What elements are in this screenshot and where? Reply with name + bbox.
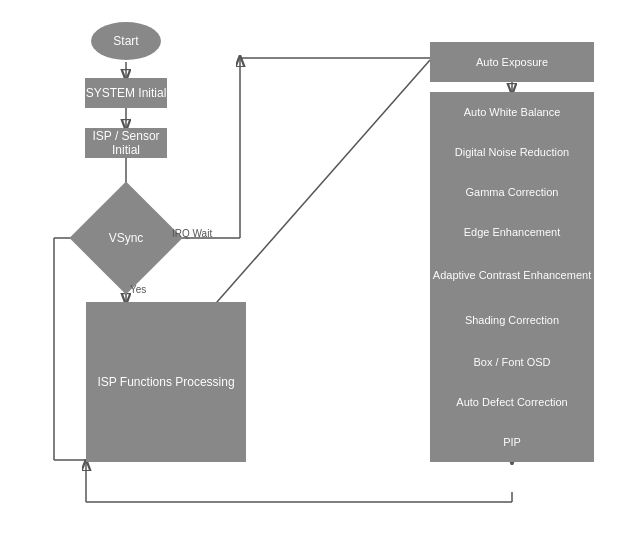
vsync-node: VSync: [86, 198, 166, 278]
func-label-auto-white-balance: Auto White Balance: [464, 106, 561, 118]
system-initial-node: SYSTEM Initial: [85, 78, 167, 108]
irq-wait-label: IRQ Wait: [172, 228, 212, 239]
func-label-auto-exposure: Auto Exposure: [476, 56, 548, 68]
isp-sensor-label: ISP / Sensor Initial: [85, 129, 167, 157]
func-label-edge-enhancement: Edge Enhancement: [464, 226, 561, 238]
func-box-shading-correction: Shading Correction: [430, 297, 594, 342]
yes-label: Yes: [130, 284, 146, 295]
func-label-shading-correction: Shading Correction: [465, 314, 559, 326]
func-box-adaptive-contrast: Adaptive Contrast Enhancement: [430, 252, 594, 297]
func-label-digital-noise-reduction: Digital Noise Reduction: [455, 146, 569, 158]
isp-functions-label: ISP Functions Processing: [97, 375, 234, 389]
func-box-gamma-correction: Gamma Correction: [430, 172, 594, 212]
isp-sensor-initial-node: ISP / Sensor Initial: [85, 128, 167, 158]
func-label-adaptive-contrast: Adaptive Contrast Enhancement: [433, 269, 591, 281]
isp-functions-node: ISP Functions Processing: [86, 302, 246, 462]
yes-text: Yes: [130, 284, 146, 295]
diagram: Start SYSTEM Initial ISP / Sensor Initia…: [0, 0, 640, 552]
func-label-auto-defect-correction: Auto Defect Correction: [456, 396, 567, 408]
func-box-pip: PIP: [430, 422, 594, 462]
func-box-digital-noise-reduction: Digital Noise Reduction: [430, 132, 594, 172]
func-box-auto-defect-correction: Auto Defect Correction: [430, 382, 594, 422]
func-label-box-font-osd: Box / Font OSD: [473, 356, 550, 368]
func-box-box-font-osd: Box / Font OSD: [430, 342, 594, 382]
func-box-edge-enhancement: Edge Enhancement: [430, 212, 594, 252]
start-label: Start: [113, 34, 138, 48]
func-label-gamma-correction: Gamma Correction: [466, 186, 559, 198]
func-box-auto-white-balance: Auto White Balance: [430, 92, 594, 132]
system-initial-label: SYSTEM Initial: [86, 86, 167, 100]
start-node: Start: [91, 22, 161, 60]
vsync-label: VSync: [109, 231, 144, 245]
func-box-auto-exposure: Auto Exposure: [430, 42, 594, 82]
func-label-pip: PIP: [503, 436, 521, 448]
irq-wait-text: IRQ Wait: [172, 228, 212, 239]
